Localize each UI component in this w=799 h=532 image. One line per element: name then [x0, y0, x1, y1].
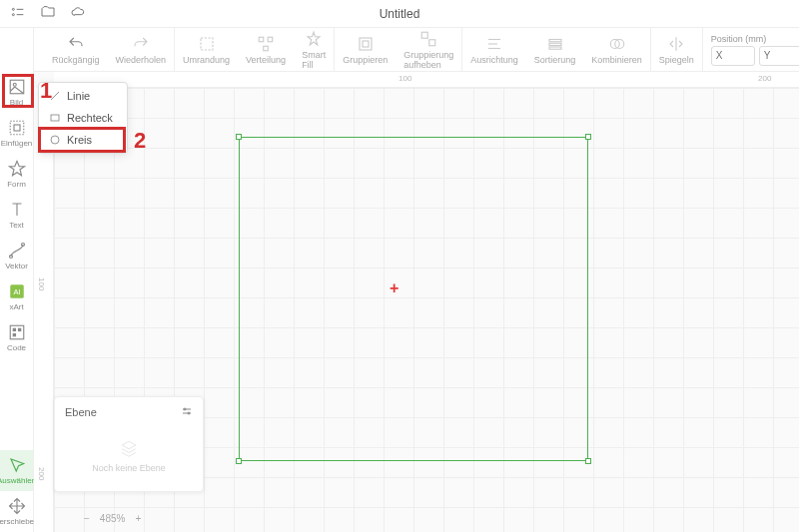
smartfill-button[interactable]: Smart Fill	[294, 28, 335, 71]
zoom-control[interactable]: − 485% +	[84, 513, 141, 524]
distribute-button[interactable]: Verteilung	[238, 28, 294, 71]
combine-button[interactable]: Kombinieren	[583, 28, 651, 71]
svg-rect-31	[13, 334, 15, 336]
ruler-vertical: 100 200	[34, 88, 54, 532]
svg-text:AI: AI	[13, 287, 20, 296]
svg-point-21	[13, 83, 16, 86]
sidebar-text[interactable]: Text	[0, 195, 33, 236]
toolbar: Rückgängig Wiederholen Umrandung Verteil…	[0, 28, 799, 72]
svg-rect-16	[549, 43, 561, 45]
folder-icon[interactable]	[40, 4, 56, 24]
undo-button[interactable]: Rückgängig	[44, 28, 108, 71]
svg-rect-17	[549, 47, 561, 49]
document-title: Untitled	[380, 7, 420, 21]
sidebar-verschieben[interactable]: Verschieben	[0, 491, 33, 532]
svg-rect-23	[14, 125, 20, 131]
svg-rect-9	[363, 41, 369, 47]
svg-rect-28	[10, 325, 24, 339]
outline-button[interactable]: Umrandung	[175, 28, 238, 71]
layer-title: Ebene	[65, 406, 97, 418]
redo-button[interactable]: Wiederholen	[108, 28, 176, 71]
selection-rect[interactable]	[239, 137, 588, 461]
sidebar-form[interactable]: Form	[0, 154, 33, 195]
sidebar-bild[interactable]: Bild	[0, 72, 33, 113]
ungroup-button[interactable]: Gruppierung aufheben	[396, 28, 462, 71]
layer-settings-icon[interactable]	[181, 405, 193, 419]
svg-rect-6	[268, 37, 273, 42]
svg-point-0	[12, 8, 14, 10]
zoom-value: 485%	[100, 513, 126, 524]
sidebar-auswaehlen[interactable]: Auswählen	[0, 450, 33, 491]
sidebar: Bild Einfügen Form Text Vektor AIxArt Co…	[0, 28, 34, 532]
svg-rect-37	[51, 115, 59, 121]
zoom-out-icon[interactable]: −	[84, 513, 90, 524]
align-button[interactable]: Ausrichtung	[462, 28, 526, 71]
position-x-input[interactable]	[711, 46, 755, 66]
cloud-icon[interactable]	[70, 4, 86, 24]
svg-rect-15	[549, 39, 561, 41]
annotation-num-2: 2	[134, 128, 146, 154]
position-y-input[interactable]	[759, 46, 799, 66]
svg-rect-10	[421, 32, 427, 38]
menu-kreis[interactable]: Kreis	[39, 129, 127, 151]
zoom-in-icon[interactable]: +	[135, 513, 141, 524]
sort-button[interactable]: Sortierung	[526, 28, 584, 71]
ruler-horizontal: 100 200	[54, 72, 799, 88]
menu-rechteck[interactable]: Rechteck	[39, 107, 127, 129]
mirror-button[interactable]: Spiegeln	[651, 28, 703, 71]
svg-rect-7	[264, 46, 269, 51]
svg-point-38	[51, 136, 59, 144]
sidebar-code[interactable]: Code	[0, 317, 33, 358]
svg-rect-4	[201, 38, 213, 50]
titlebar: Untitled	[0, 0, 799, 28]
svg-point-1	[12, 13, 14, 15]
center-crosshair: +	[390, 279, 399, 297]
layer-empty: Noch keine Ebene	[65, 429, 193, 483]
svg-rect-29	[13, 328, 15, 330]
svg-rect-30	[18, 328, 20, 330]
sidebar-vektor[interactable]: Vektor	[0, 236, 33, 276]
canvas[interactable]: 100 200 100 200 + Ebene Noch keine Ebene…	[34, 72, 799, 532]
svg-rect-5	[259, 37, 264, 42]
svg-rect-11	[429, 39, 435, 45]
group-button[interactable]: Gruppieren	[335, 28, 396, 71]
position-label: Position (mm)	[711, 34, 799, 44]
sidebar-einfuegen[interactable]: Einfügen	[0, 113, 33, 154]
svg-rect-8	[360, 38, 372, 50]
sidebar-xart[interactable]: AIxArt	[0, 276, 33, 317]
position-group: Position (mm)	[711, 34, 799, 66]
annotation-num-1: 1	[40, 78, 52, 104]
svg-rect-22	[10, 121, 24, 135]
layer-panel[interactable]: Ebene Noch keine Ebene	[54, 396, 204, 492]
menu-icon[interactable]	[10, 4, 26, 24]
